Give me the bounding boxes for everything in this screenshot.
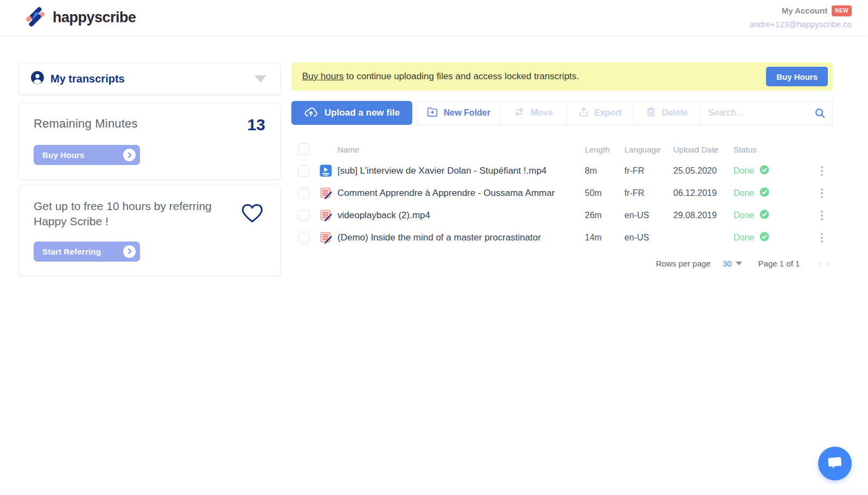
check-circle-icon: [760, 232, 769, 244]
file-length: 8m: [585, 166, 624, 176]
user-circle-icon: [30, 71, 44, 87]
brand-wordmark: happyscribe: [53, 9, 136, 26]
remaining-minutes-label: Remaining Minutes: [34, 117, 138, 131]
heart-icon: [241, 203, 263, 226]
column-language: Language: [624, 145, 673, 154]
file-length: 50m: [585, 188, 624, 198]
new-folder-icon: [426, 106, 438, 119]
search-input[interactable]: [700, 101, 832, 124]
page-indicator: Page 1 of 1: [758, 259, 800, 268]
next-page-button[interactable]: ›: [824, 257, 833, 269]
new-badge: NEW: [832, 5, 852, 16]
chevron-right-icon: [123, 245, 136, 258]
toolbar: Upload a new file New Folder: [291, 101, 833, 125]
file-upload-date: 29.08.2019: [673, 211, 733, 220]
export-icon: [578, 106, 589, 119]
app-header: happyscribe My Account NEW andre+123@hap…: [0, 0, 868, 35]
trash-icon: [646, 106, 656, 119]
referral-text: Get up to free 10 hours by referring Hap…: [34, 199, 213, 230]
file-upload-date: 25.05.2020: [673, 166, 733, 176]
transcript-file-icon: [320, 209, 332, 221]
row-menu-button[interactable]: [819, 186, 825, 200]
file-language: en-US: [624, 211, 673, 220]
new-folder-button[interactable]: New Folder: [417, 101, 500, 124]
search-field: [700, 101, 832, 124]
move-icon: [513, 107, 525, 119]
column-upload-date: Upload Date: [673, 145, 733, 154]
account-label[interactable]: My Account: [782, 5, 827, 17]
account-email: andre+123@happyscribe.co: [750, 18, 852, 31]
account-menu[interactable]: My Account NEW andre+123@happyscribe.co: [750, 5, 852, 30]
file-icon-cell: [320, 164, 337, 177]
buy-hours-banner: Buy hours to continue uploading files an…: [291, 62, 833, 91]
chevron-down-icon[interactable]: [254, 75, 266, 82]
file-name[interactable]: Comment Apprendre à Apprendre - Oussama …: [337, 188, 585, 199]
file-upload-date: 06.12.2019: [673, 188, 733, 198]
chat-bubble-icon: [826, 455, 844, 472]
check-circle-icon: [760, 187, 769, 199]
remaining-minutes-card: Remaining Minutes 13 Buy Hours: [18, 103, 281, 180]
file-language: fr-FR: [624, 188, 673, 198]
table-row[interactable]: (Demo) Inside the mind of a master procr…: [291, 226, 833, 249]
file-icon-cell: [320, 231, 337, 244]
table-header-row: Name Length Language Upload Date Status: [291, 139, 833, 160]
file-icon-cell: [320, 187, 337, 199]
select-all-checkbox[interactable]: [298, 143, 310, 155]
buy-hours-button[interactable]: Buy Hours: [34, 145, 140, 165]
rows-per-page-select[interactable]: 30: [723, 259, 742, 268]
workspace-title: My transcripts: [50, 73, 125, 85]
delete-button[interactable]: Delete: [634, 101, 700, 124]
row-checkbox[interactable]: [298, 210, 310, 221]
file-name[interactable]: (Demo) Inside the mind of a master procr…: [337, 232, 585, 243]
row-checkbox[interactable]: [298, 187, 310, 199]
row-menu-button[interactable]: [819, 164, 825, 178]
file-icon-cell: [320, 209, 337, 221]
file-language: en-US: [624, 233, 673, 243]
status-badge: Done: [733, 210, 811, 221]
export-button[interactable]: Export: [567, 101, 634, 124]
banner-buy-hours-button[interactable]: Buy Hours: [766, 67, 828, 86]
status-badge: Done: [733, 165, 811, 177]
move-button[interactable]: Move: [500, 101, 567, 124]
subtitle-file-icon: [320, 164, 332, 177]
previous-page-button[interactable]: ‹: [815, 257, 824, 269]
transcript-table: Name Length Language Upload Date Status: [291, 139, 833, 249]
file-name[interactable]: [sub] L’interview de Xavier Dolan - Stup…: [337, 166, 585, 176]
pagination: Rows per page 30 Page 1 of 1 ‹ ›: [291, 257, 833, 269]
remaining-minutes-value: 13: [247, 117, 265, 133]
row-menu-button[interactable]: [819, 208, 825, 223]
table-row[interactable]: videoplayback (2).mp4 26m en-US 29.08.20…: [291, 204, 833, 226]
column-length: Length: [585, 145, 624, 154]
file-name[interactable]: videoplayback (2).mp4: [337, 210, 585, 221]
file-language: fr-FR: [624, 166, 673, 176]
row-menu-button[interactable]: [819, 231, 825, 245]
happyscribe-logo-icon: [24, 5, 46, 30]
status-badge: Done: [733, 187, 811, 199]
sidebar: My transcripts Remaining Minutes 13 Buy …: [18, 62, 281, 276]
row-checkbox[interactable]: [298, 165, 310, 177]
banner-text: Buy hours to continue uploading files an…: [302, 71, 579, 82]
chevron-right-icon: [123, 149, 136, 161]
transcript-file-icon: [320, 187, 332, 199]
search-icon: [814, 107, 826, 121]
brand-logo[interactable]: happyscribe: [24, 5, 136, 30]
chat-button[interactable]: [818, 447, 852, 480]
start-referring-button[interactable]: Start Referring: [34, 242, 140, 262]
buy-hours-link[interactable]: Buy hours: [302, 71, 344, 81]
column-status: Status: [733, 145, 811, 154]
status-badge: Done: [733, 232, 811, 244]
workspace-selector[interactable]: My transcripts: [18, 62, 281, 95]
row-checkbox[interactable]: [298, 232, 310, 244]
column-name: Name: [337, 145, 585, 154]
check-circle-icon: [760, 210, 769, 221]
rows-per-page-label: Rows per page: [656, 259, 711, 268]
transcript-file-icon: [320, 231, 332, 244]
file-length: 26m: [585, 211, 624, 220]
upload-button[interactable]: Upload a new file: [291, 101, 412, 125]
file-length: 14m: [585, 233, 624, 243]
table-row[interactable]: Comment Apprendre à Apprendre - Oussama …: [291, 182, 833, 204]
cloud-upload-icon: [304, 106, 318, 120]
table-row[interactable]: [sub] L’interview de Xavier Dolan - Stup…: [291, 160, 833, 182]
transcript-rows: [sub] L’interview de Xavier Dolan - Stup…: [291, 160, 833, 249]
check-circle-icon: [760, 165, 769, 177]
